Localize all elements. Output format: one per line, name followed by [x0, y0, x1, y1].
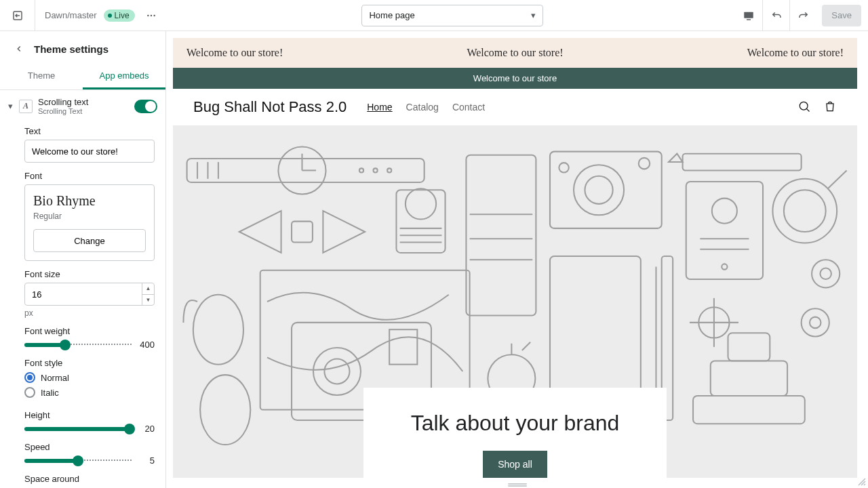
font-card: Bio Rhyme Regular Change — [24, 184, 155, 261]
embed-name: Scrolling text — [38, 97, 130, 107]
desktop-preview-button[interactable] — [735, 0, 762, 31]
svg-point-41 — [193, 295, 243, 365]
hero-card: Talk about your brand Shop all — [363, 388, 667, 478]
speed-slider[interactable] — [24, 460, 132, 462]
settings-sidebar: Theme settings Theme App embeds ▾ A Scro… — [0, 31, 166, 488]
font-variant: Regular — [33, 211, 146, 221]
font-name: Bio Rhyme — [33, 193, 146, 209]
embed-subtitle: Scrolling Text — [38, 107, 130, 115]
svg-point-60 — [812, 260, 840, 287]
hero-banner: Talk about your brand Shop all — [173, 125, 857, 478]
preview-pane: Welcome to our store! Welcome to our sto… — [166, 31, 868, 488]
svg-rect-17 — [292, 222, 313, 243]
svg-point-38 — [772, 179, 837, 243]
page-selector[interactable]: Home page ▾ — [361, 5, 543, 26]
top-bar: Dawn/master Live Home page ▾ Save — [0, 0, 868, 31]
font-weight-value: 400 — [137, 340, 155, 350]
font-weight-label: Font weight — [24, 326, 155, 336]
svg-rect-32 — [683, 154, 802, 171]
svg-rect-5 — [747, 19, 751, 20]
font-style-italic[interactable]: Italic — [24, 387, 155, 398]
svg-line-40 — [828, 170, 847, 188]
svg-rect-58 — [711, 361, 787, 396]
svg-rect-57 — [693, 396, 805, 424]
nav-catalog[interactable]: Catalog — [406, 102, 439, 113]
svg-point-28 — [574, 165, 624, 215]
page-selector-label: Home page — [369, 10, 414, 20]
live-badge: Live — [104, 9, 135, 22]
collapse-caret[interactable]: ▾ — [5, 101, 15, 111]
svg-point-61 — [820, 268, 831, 279]
sidebar-title: Theme settings — [34, 43, 108, 55]
nav-contact[interactable]: Contact — [452, 102, 485, 113]
svg-line-50 — [522, 342, 530, 350]
font-size-input[interactable] — [24, 283, 155, 306]
svg-point-6 — [800, 102, 808, 110]
svg-rect-47 — [389, 329, 417, 364]
font-change-button[interactable]: Change — [33, 229, 146, 252]
breadcrumb: Dawn/master Live — [35, 6, 170, 25]
svg-point-37 — [722, 264, 727, 269]
resize-handle[interactable] — [508, 483, 527, 487]
app-icon: A — [19, 100, 33, 113]
embed-toggle[interactable] — [134, 100, 157, 113]
svg-rect-4 — [745, 12, 754, 18]
space-around-label: Space around — [24, 474, 155, 484]
svg-point-46 — [324, 359, 349, 384]
store-nav: Home Catalog Contact — [367, 102, 485, 113]
theme-name[interactable]: Dawn/master — [45, 10, 97, 20]
search-icon[interactable] — [797, 100, 811, 115]
radio-icon — [24, 372, 35, 383]
height-value: 20 — [137, 424, 155, 434]
svg-point-30 — [559, 163, 568, 172]
text-label: Text — [24, 126, 155, 136]
tab-app-embeds[interactable]: App embeds — [83, 64, 165, 89]
back-button[interactable] — [11, 41, 27, 57]
font-size-label: Font size — [24, 269, 155, 279]
sidebar-tabs: Theme App embeds — [0, 64, 165, 90]
svg-point-12 — [373, 168, 377, 172]
svg-point-3 — [153, 14, 155, 16]
svg-point-45 — [313, 348, 361, 395]
redo-button[interactable] — [789, 0, 816, 31]
font-weight-slider[interactable] — [24, 344, 132, 346]
font-size-stepper[interactable]: ▲▼ — [142, 283, 154, 305]
more-actions-button[interactable] — [142, 6, 161, 25]
svg-point-31 — [639, 158, 650, 169]
height-slider[interactable] — [24, 428, 132, 430]
save-button[interactable]: Save — [822, 5, 861, 26]
store-header: Bug Shall Not Pass 2.0 Home Catalog Cont… — [173, 89, 857, 125]
nav-home[interactable]: Home — [367, 102, 392, 113]
tab-theme[interactable]: Theme — [0, 64, 83, 89]
font-style-normal[interactable]: Normal — [24, 372, 155, 383]
svg-rect-18 — [396, 190, 445, 253]
exit-button[interactable] — [0, 0, 35, 31]
svg-point-19 — [406, 188, 436, 219]
announcement-bar: Welcome to our store — [173, 68, 857, 89]
store-title: Bug Shall Not Pass 2.0 — [193, 98, 347, 116]
svg-point-1 — [147, 14, 149, 16]
svg-rect-23 — [466, 155, 536, 316]
speed-value: 5 — [137, 455, 155, 466]
hero-cta-button[interactable]: Shop all — [483, 451, 547, 478]
svg-point-63 — [810, 317, 821, 328]
embed-row: ▾ A Scrolling text Scrolling Text — [0, 90, 165, 122]
svg-point-29 — [585, 176, 612, 204]
svg-point-13 — [387, 168, 391, 172]
undo-button[interactable] — [762, 0, 789, 31]
speed-label: Speed — [24, 442, 155, 452]
chevron-down-icon: ▾ — [531, 10, 536, 20]
svg-rect-59 — [728, 333, 770, 361]
height-label: Height — [24, 410, 155, 420]
svg-point-11 — [359, 168, 363, 172]
font-size-unit: px — [24, 308, 155, 318]
svg-point-39 — [784, 190, 826, 232]
font-label: Font — [24, 171, 155, 181]
text-input[interactable] — [24, 140, 155, 163]
svg-point-2 — [150, 14, 151, 16]
svg-point-34 — [712, 199, 737, 224]
cart-icon[interactable] — [823, 100, 837, 115]
corner-resize-handle[interactable] — [857, 477, 867, 487]
hero-title: Talk about your brand — [411, 411, 620, 436]
font-style-label: Font style — [24, 358, 155, 368]
